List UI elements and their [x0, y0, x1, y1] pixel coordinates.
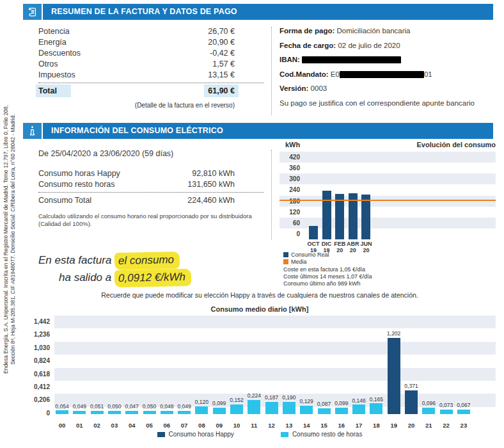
happy-hours-bar — [388, 338, 400, 414]
consumption-section-header: INFORMACIÓN DEL CONSUMO ELÉCTRICO — [23, 123, 493, 139]
evolution-chart-title: Evolución del consumo — [417, 141, 496, 148]
evolution-chart-header: kWh Evolución del consumo — [280, 141, 496, 148]
x-tick-label: 20 — [404, 422, 419, 429]
legend-swatch — [283, 259, 288, 264]
table-row: Descuentos-0,42 € — [38, 48, 264, 59]
resto-hours-bar — [143, 411, 156, 414]
legend-item: Consumo resto de horas — [281, 431, 363, 438]
legend-item: Consumo horas Happy — [157, 431, 234, 438]
happy-reminder-text: Recuerde que puede modificar su elección… — [23, 291, 496, 299]
summary-section-header: RESUMEN DE LA FACTURA Y DATOS DE PAGO — [23, 4, 493, 20]
consumption-total-label: Consumo Total — [38, 194, 91, 207]
payment-method-row: Forma de pago: Domiciliación bancaria — [280, 27, 497, 35]
resto-hours-bar — [422, 408, 435, 414]
evolution-y-axis-unit: kWh — [285, 141, 300, 148]
dotted-divider — [38, 192, 264, 193]
version-value: 0003 — [311, 84, 327, 92]
consumo-real-bar — [322, 191, 331, 239]
resto-hours-bar — [73, 411, 86, 414]
chart-footnote: Coste en esta factura 1,05 €/día — [283, 266, 372, 273]
charge-date-label: Fecha de cargo: — [280, 42, 336, 49]
column-divider — [271, 27, 272, 115]
y-tick-label: 420 — [283, 152, 300, 163]
invoice-scroll-icon — [23, 4, 42, 20]
iban-label: IBAN: — [280, 56, 300, 63]
x-tick-label: 11 — [246, 422, 262, 429]
resto-hours-bar — [56, 410, 68, 413]
x-tick-label: 05 — [142, 422, 157, 429]
happy-hours-bar — [405, 390, 418, 414]
mandate-prefix: E0 — [331, 70, 340, 78]
dotted-divider — [38, 83, 264, 83]
grid-band — [280, 184, 496, 195]
payment-method-value: Domiciliación bancaria — [336, 27, 410, 35]
resto-hours-bar — [440, 410, 453, 414]
table-row: Otros1,57 € — [38, 59, 264, 70]
resto-hours-bar — [195, 406, 208, 414]
chart-footnote: Coste últimos 14 meses 1,07 €/día — [283, 273, 372, 280]
bar-value-label: 1,202 — [382, 330, 406, 337]
unit-price-message: En esta factura el consumo ha salido a 0… — [38, 252, 269, 287]
x-tick-label: 22 — [439, 422, 454, 429]
consumption-total-value: 224,460 kWh — [145, 194, 235, 207]
resto-hours-bar — [91, 411, 104, 414]
row-label: Otros — [38, 59, 58, 70]
consumo-real-bar — [361, 195, 370, 239]
x-tick-label: 17 — [351, 422, 366, 429]
x-tick-label: 16 — [334, 422, 349, 429]
daily-chart-plot: 0,0540,0490,0510,0500,0470,0500,0480,049… — [54, 316, 496, 420]
resto-hours-bar — [370, 403, 382, 413]
resto-hours-bar — [248, 400, 260, 414]
x-tick-label: 06 — [159, 422, 175, 429]
x-tick-label: 12 — [264, 422, 280, 429]
consumption-section-title: INFORMACIÓN DEL CONSUMO ELÉCTRICO — [43, 123, 493, 139]
x-tick-label: 01 — [72, 422, 87, 429]
x-tick-label: 04 — [124, 422, 139, 429]
version-row: Versión: 0003 — [280, 84, 497, 93]
row-label: Consumo horas Happy — [38, 168, 120, 179]
daily-y-axis-ticks: 1,4421,2361,0300,8240,6180,4120,2060 — [23, 316, 51, 420]
row-label: Descuentos — [38, 48, 81, 59]
x-tick-label: 23 — [456, 422, 471, 429]
consumption-total-row: Consumo Total 224,460 kWh — [38, 194, 264, 207]
info-icon — [23, 123, 42, 139]
total-row: Total 61,90 € — [38, 84, 264, 97]
resto-hours-bar — [457, 410, 470, 414]
y-tick-label: 360 — [283, 163, 300, 173]
iban-row: IBAN: — [280, 56, 497, 64]
grid-band — [280, 207, 496, 218]
row-label: Energía — [38, 37, 67, 48]
table-row: Energía20,90 € — [38, 37, 264, 48]
grid-band — [54, 316, 496, 328]
resto-hours-bar — [161, 411, 173, 414]
charge-date-value: 02 de julio de 2020 — [338, 42, 400, 49]
y-tick-label: 60 — [283, 218, 300, 228]
x-tick-label: 15 — [317, 422, 332, 429]
x-tick-label: 14 — [299, 422, 314, 429]
grid-band — [280, 163, 496, 173]
resto-hours-bar — [265, 402, 278, 414]
row-value: 20,90 € — [145, 37, 235, 48]
row-label: Consumo resto horas — [38, 179, 115, 190]
table-row: Consumo resto horas131,650 kWh — [38, 179, 264, 190]
resto-hours-bar — [108, 411, 121, 414]
payment-method-label: Forma de pago: — [280, 27, 335, 35]
resto-hours-bar — [125, 411, 138, 414]
summary-section-title: RESUMEN DE LA FACTURA Y DATOS DE PAGO — [43, 4, 493, 20]
mandate-row: Cod.Mandato: E001 — [280, 70, 497, 79]
grid-band — [280, 152, 496, 163]
resto-hours-bar — [178, 411, 191, 414]
x-tick-label: 10 — [229, 422, 244, 429]
resto-hours-bar — [335, 408, 348, 414]
x-tick-label: 02 — [90, 422, 105, 429]
payment-details: Forma de pago: Domiciliación bancaria Fe… — [280, 27, 497, 113]
row-value: 1,57 € — [145, 59, 235, 70]
resto-hours-bar — [300, 406, 313, 414]
row-value: 26,70 € — [145, 26, 235, 37]
x-tick-label: 08 — [194, 422, 209, 429]
total-value: 61,90 € — [204, 84, 239, 97]
y-tick-label: 0,618 — [23, 368, 50, 381]
mandate-label: Cod.Mandato: — [280, 70, 329, 78]
daily-x-axis-labels: 0001020304050607080910111213141516171819… — [54, 422, 496, 429]
legend-item: Media — [283, 259, 329, 266]
